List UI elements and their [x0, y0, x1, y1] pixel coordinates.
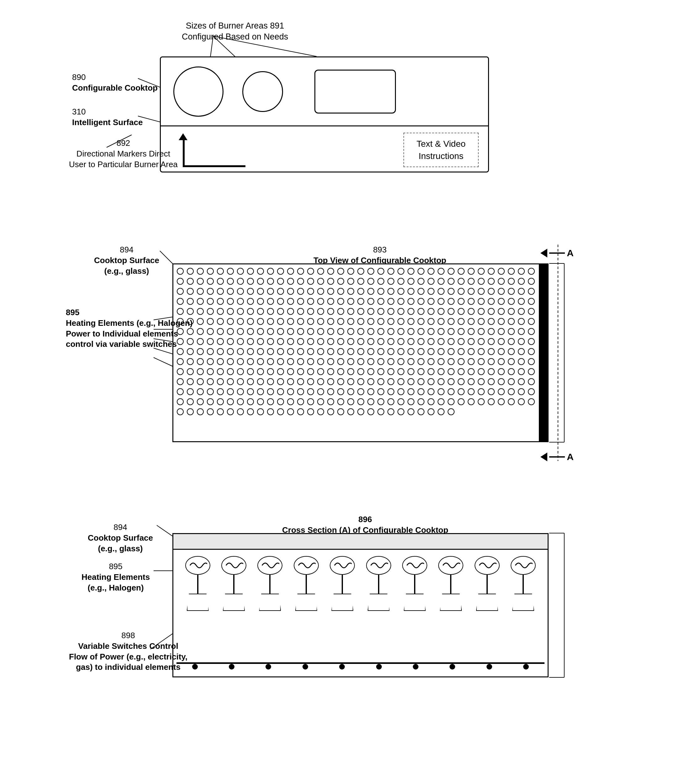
grid-dot — [347, 318, 354, 325]
grid-dot — [418, 288, 424, 295]
grid-dot — [427, 308, 434, 315]
grid-dot — [398, 278, 404, 285]
grid-dot — [297, 308, 304, 315]
grid-dot — [418, 328, 424, 335]
grid-dot — [187, 408, 194, 415]
heating-element-unit — [330, 556, 355, 611]
grid-dot — [378, 388, 384, 395]
grid-dot — [488, 358, 495, 365]
grid-dot — [427, 408, 434, 415]
grid-dot — [237, 408, 244, 415]
grid-dot — [237, 308, 244, 315]
power-connection-dot — [376, 664, 382, 669]
grid-dot — [217, 378, 224, 385]
grid-dot — [488, 348, 495, 355]
grid-dot — [468, 328, 474, 335]
grid-dot — [357, 278, 364, 285]
grid-dot — [398, 408, 404, 415]
grid-dot — [337, 318, 344, 325]
grid-dot — [498, 288, 505, 295]
grid-dot — [378, 358, 384, 365]
power-connection-dot — [523, 664, 529, 669]
grid-dot — [468, 288, 474, 295]
grid-dot — [247, 298, 254, 305]
grid-dot — [367, 348, 374, 355]
grid-dot — [277, 388, 284, 395]
dot-grid-container — [176, 267, 537, 439]
grid-dot — [207, 278, 214, 285]
grid-dot — [207, 328, 214, 335]
grid-dot — [267, 358, 274, 365]
grid-dot — [458, 268, 465, 275]
grid-dot — [357, 368, 364, 375]
grid-dot — [367, 368, 374, 375]
grid-dot — [247, 268, 254, 275]
grid-dot — [287, 328, 294, 335]
grid-dot — [498, 318, 505, 325]
grid-dot — [217, 398, 224, 405]
grid-dot — [347, 358, 354, 365]
element-switch-body — [259, 594, 281, 611]
grid-dot — [327, 348, 334, 355]
grid-dot — [237, 328, 244, 335]
grid-dot — [317, 308, 324, 315]
grid-dot — [528, 378, 535, 385]
grid-dot — [247, 338, 254, 345]
grid-dot — [337, 298, 344, 305]
grid-dot — [478, 268, 485, 275]
grid-dot — [247, 328, 254, 335]
burner-large — [173, 67, 224, 117]
grid-dot — [247, 278, 254, 285]
grid-dot — [407, 278, 414, 285]
grid-dot — [398, 338, 404, 345]
directional-arrow — [173, 129, 267, 170]
grid-dot — [367, 278, 374, 285]
grid-dot — [398, 388, 404, 395]
heating-element-unit — [511, 556, 536, 611]
grid-dot — [347, 398, 354, 405]
grid-dot — [277, 408, 284, 415]
element-stem — [522, 575, 524, 594]
grid-dot — [427, 378, 434, 385]
grid-dot — [307, 308, 314, 315]
grid-dot — [307, 318, 314, 325]
grid-dot — [207, 308, 214, 315]
grid-dot — [267, 348, 274, 355]
grid-dot — [267, 398, 274, 405]
label-895-d3: 895Heating Elements(e.g., Halogen) — [81, 562, 150, 593]
grid-dot — [207, 348, 214, 355]
grid-dot — [237, 278, 244, 285]
cooktop-outer-box: Text & VideoInstructions — [160, 56, 489, 173]
grid-dot — [257, 298, 264, 305]
grid-dot — [327, 318, 334, 325]
grid-dot — [267, 328, 274, 335]
grid-dot — [398, 358, 404, 365]
grid-dot — [448, 378, 454, 385]
grid-dot — [217, 368, 224, 375]
section-marker-a-bottom: A — [541, 451, 574, 462]
grid-dot — [407, 398, 414, 405]
grid-dot — [498, 278, 505, 285]
grid-dot — [528, 308, 535, 315]
grid-dot — [327, 338, 334, 345]
grid-dot — [418, 318, 424, 325]
grid-dot — [277, 368, 284, 375]
grid-dot — [438, 348, 445, 355]
grid-dot — [498, 308, 505, 315]
grid-dot — [488, 268, 495, 275]
grid-dot — [267, 378, 274, 385]
grid-dot — [257, 288, 264, 295]
grid-dot — [297, 348, 304, 355]
grid-dot — [438, 368, 445, 375]
grid-dot — [287, 288, 294, 295]
grid-dot — [398, 328, 404, 335]
grid-dot — [498, 268, 505, 275]
cross-section-box — [173, 533, 549, 677]
grid-dot — [227, 298, 234, 305]
grid-dot — [257, 378, 264, 385]
grid-dot — [528, 268, 535, 275]
element-coil-symbol — [294, 556, 319, 575]
grid-dot — [448, 348, 454, 355]
grid-dot — [488, 398, 495, 405]
grid-dot — [448, 268, 454, 275]
